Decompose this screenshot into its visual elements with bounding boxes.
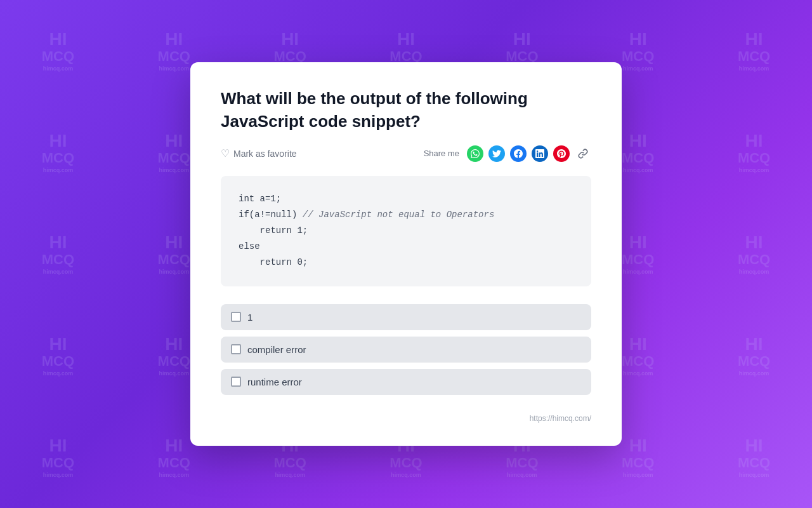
code-line-4: else xyxy=(239,239,573,255)
share-twitter-button[interactable] xyxy=(488,145,505,162)
heart-icon: ♡ xyxy=(221,147,230,159)
options-list: 1 compiler error runtime error xyxy=(221,304,591,395)
option-3-checkbox[interactable] xyxy=(231,377,241,387)
option-1-checkbox[interactable] xyxy=(231,312,241,322)
share-facebook-button[interactable] xyxy=(510,145,527,162)
share-pinterest-button[interactable] xyxy=(553,145,570,162)
share-row: Share me xyxy=(424,145,591,162)
question-card: What will be the output of the following… xyxy=(190,62,622,445)
favorite-label: Mark as favorite xyxy=(233,149,297,159)
option-1[interactable]: 1 xyxy=(221,304,591,330)
share-link-button[interactable] xyxy=(575,145,591,162)
favorite-button[interactable]: ♡ Mark as favorite xyxy=(221,147,297,159)
code-line-2: if(a!=null) // JavaScript not equal to O… xyxy=(239,207,573,223)
code-line-1: int a=1; xyxy=(239,191,573,207)
share-linkedin-button[interactable] xyxy=(532,145,548,162)
code-line-3: return 1; xyxy=(239,223,573,239)
share-whatsapp-button[interactable] xyxy=(467,145,483,162)
meta-row: ♡ Mark as favorite Share me xyxy=(221,145,591,162)
option-2-checkbox[interactable] xyxy=(231,344,241,354)
share-label: Share me xyxy=(424,149,459,158)
option-2-label: compiler error xyxy=(247,344,306,355)
option-3-label: runtime error xyxy=(247,377,302,387)
option-2[interactable]: compiler error xyxy=(221,337,591,363)
question-title: What will be the output of the following… xyxy=(221,88,591,132)
option-1-label: 1 xyxy=(247,312,252,323)
option-3[interactable]: runtime error xyxy=(221,369,591,395)
code-block: int a=1; if(a!=null) // JavaScript not e… xyxy=(221,176,591,286)
code-line-5: return 0; xyxy=(239,255,573,271)
footer-url: https://himcq.com/ xyxy=(221,414,591,423)
